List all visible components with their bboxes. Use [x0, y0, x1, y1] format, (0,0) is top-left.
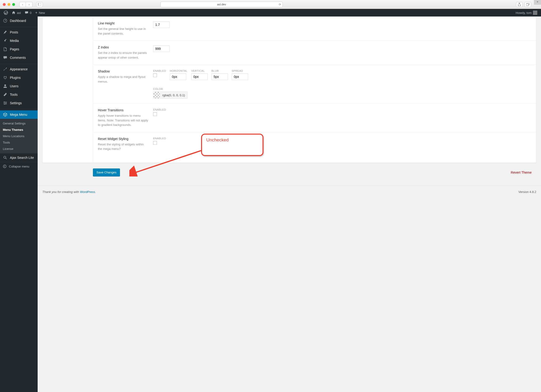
svg-point-9: [6, 103, 7, 104]
back-button[interactable]: ‹: [19, 2, 26, 7]
sidebar-item-settings[interactable]: Settings: [0, 99, 38, 107]
vertical-label: VERTICAL: [191, 69, 208, 72]
wordpress-link[interactable]: WordPress: [80, 190, 95, 194]
comment-icon: [25, 11, 28, 15]
sidebar-item-ajax-search[interactable]: Ajax Search Lite: [0, 153, 38, 162]
search-icon: [3, 156, 8, 160]
version-text: Version 4.8.2: [518, 190, 536, 194]
my-account-link[interactable]: Howdy, tom: [514, 10, 539, 15]
color-label: COLOR: [153, 88, 187, 90]
enabled-label: ENABLED: [153, 137, 166, 140]
setting-title: Shadow: [98, 69, 148, 73]
setting-description: Reset the styling of widgets within the …: [98, 142, 148, 151]
url-bar[interactable]: asl.dev ⟳: [161, 2, 283, 7]
new-tab-button[interactable]: +: [534, 0, 541, 5]
svg-point-11: [4, 156, 6, 158]
svg-point-6: [5, 21, 6, 21]
spread-label: SPREAD: [232, 69, 248, 72]
sidebar-toggle-button[interactable]: [36, 2, 43, 7]
wp-admin-bar: asl 0 +New Howdy, tom: [0, 9, 541, 16]
sidebar-item-posts[interactable]: Posts: [0, 28, 38, 37]
shadow-blur-input[interactable]: [211, 73, 228, 80]
traffic-lights: [3, 3, 15, 6]
mega-menu-submenu: General Settings Menu Themes Menu Locati…: [0, 119, 38, 153]
submenu-tools[interactable]: Tools: [0, 139, 38, 146]
shadow-vertical-input[interactable]: [191, 73, 208, 80]
user-icon: [3, 84, 8, 88]
settings-box: Line Height Set the general line height …: [42, 16, 536, 163]
svg-rect-3: [526, 4, 529, 6]
collapse-menu-button[interactable]: Collapse menu: [0, 162, 38, 171]
share-button[interactable]: [516, 2, 523, 7]
submenu-menu-locations[interactable]: Menu Locations: [0, 133, 38, 139]
line-height-input[interactable]: [153, 21, 170, 28]
url-text: asl.dev: [217, 3, 226, 6]
actions-row: Save Changes Revert Theme: [93, 168, 536, 176]
new-content-link[interactable]: +New: [33, 9, 47, 16]
svg-point-8: [4, 102, 5, 103]
admin-sidebar: Dashboard Posts Media Pages Comments App…: [0, 16, 38, 392]
sidebar-item-pages[interactable]: Pages: [0, 45, 38, 53]
color-swatch: [153, 92, 160, 98]
color-value: rgba(0, 0, 0, 0.1): [160, 92, 187, 98]
avatar: [533, 10, 537, 15]
dashboard-icon: [3, 19, 8, 23]
submenu-license[interactable]: License: [0, 146, 38, 152]
svg-point-10: [4, 104, 5, 105]
sidebar-item-mega-menu[interactable]: Mega Menu: [0, 110, 38, 119]
wp-logo[interactable]: [2, 9, 10, 16]
forward-button[interactable]: ›: [26, 2, 32, 7]
home-icon: [12, 11, 16, 15]
minimize-window-button[interactable]: [8, 3, 10, 6]
shadow-spread-input[interactable]: [232, 73, 248, 80]
sidebar-item-plugins[interactable]: Plugins: [0, 73, 38, 82]
setting-title: Hover Transitions: [98, 108, 148, 112]
setting-description: Set the general line height to use in th…: [98, 26, 148, 36]
shadow-enabled-checkbox[interactable]: [153, 73, 157, 77]
sidebar-item-users[interactable]: Users: [0, 82, 38, 90]
revert-theme-link[interactable]: Revert Theme: [511, 171, 532, 174]
submenu-menu-themes[interactable]: Menu Themes: [0, 127, 38, 133]
submenu-general-settings[interactable]: General Settings: [0, 120, 38, 127]
wordpress-icon: [4, 10, 8, 15]
site-name-link[interactable]: asl: [10, 9, 23, 16]
setting-description: Set the z-index to ensure the panels app…: [98, 51, 148, 60]
hover-enabled-checkbox[interactable]: [153, 112, 157, 116]
sidebar-item-comments[interactable]: Comments: [0, 53, 38, 62]
shadow-horizontal-input[interactable]: [170, 73, 186, 80]
main-content: Line Height Set the general line height …: [38, 16, 541, 392]
z-index-input[interactable]: [153, 45, 170, 52]
brush-icon: [3, 67, 8, 71]
setting-z-index: Z Index Set the z-index to ensure the pa…: [93, 41, 536, 65]
setting-description: Apply hover transitions to menu items. N…: [98, 113, 148, 127]
reset-enabled-checkbox[interactable]: [153, 141, 157, 145]
setting-reset-widget-styling: Reset Widget Styling Reset the styling o…: [93, 132, 536, 156]
setting-title: Reset Widget Styling: [98, 137, 148, 141]
pin-icon: [3, 30, 8, 34]
collapse-icon: [3, 164, 7, 168]
sidebar-item-appearance[interactable]: Appearance: [0, 65, 38, 73]
cube-icon: [3, 112, 8, 117]
svg-point-12: [3, 165, 6, 168]
footer-text: Thank you for creating with WordPress.: [42, 190, 96, 194]
maximize-window-button[interactable]: [12, 3, 15, 6]
svg-rect-1: [38, 3, 39, 6]
shadow-color-picker[interactable]: rgba(0, 0, 0, 0.1): [153, 92, 187, 99]
reload-icon[interactable]: ⟳: [279, 3, 281, 6]
plus-icon: +: [35, 10, 37, 15]
setting-description: Apply a shadow to mega and flyout menus.: [98, 75, 148, 84]
sidebar-item-tools[interactable]: Tools: [0, 90, 38, 99]
comments-link[interactable]: 0: [23, 9, 33, 16]
tabs-button[interactable]: [525, 2, 531, 7]
setting-hover-transitions: Hover Transitions Apply hover transition…: [93, 104, 536, 132]
annotation-callout: Unchecked: [201, 134, 263, 156]
sidebar-item-media[interactable]: Media: [0, 37, 38, 45]
enabled-label: ENABLED: [153, 108, 166, 111]
plug-icon: [3, 76, 8, 80]
close-window-button[interactable]: [3, 3, 6, 6]
sliders-icon: [3, 101, 8, 105]
page-icon: [3, 47, 8, 51]
sidebar-item-dashboard[interactable]: Dashboard: [0, 16, 38, 25]
save-changes-button[interactable]: Save Changes: [93, 168, 120, 176]
wp-footer: Thank you for creating with WordPress. V…: [38, 186, 541, 198]
